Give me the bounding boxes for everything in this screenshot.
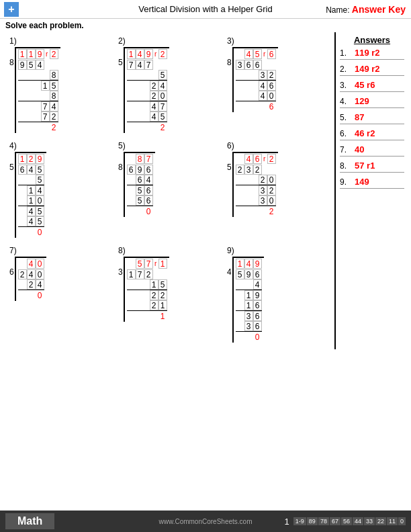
s1e: [32, 70, 41, 80]
answer-4-num: 4.: [340, 97, 355, 106]
problem-9-divisor: 4: [227, 257, 232, 277]
problem-2-label: 2): [118, 36, 219, 46]
problem-1-label: 1): [9, 36, 110, 46]
problem-4-divisor: 5: [9, 152, 15, 172]
problem-3: 3) 8 4 5 r 6 3 6 6: [223, 34, 332, 138]
problem-4-label: 4): [9, 141, 110, 150]
q2: 1: [27, 49, 36, 59]
d2: 4: [136, 60, 144, 70]
d3: 0: [36, 269, 44, 279]
problem-2: 2) 5 1 4 9 r 2 7 4: [114, 34, 223, 138]
problem-7-division: 6 4 0 2 4 0: [9, 257, 110, 301]
e3: [236, 290, 244, 300]
problem-8-label: 8): [118, 246, 219, 255]
d3: 6: [253, 60, 262, 70]
main-content: 1) 8 1 1 9 r 2 9: [0, 32, 411, 349]
problem-7-label: 7): [9, 246, 110, 255]
q1: 1: [18, 154, 27, 164]
q1: 4: [244, 154, 253, 164]
s1e2: [41, 70, 50, 80]
instructions: Solve each problem.: [0, 19, 411, 32]
s2b: 0: [267, 91, 276, 101]
q3: 2: [267, 154, 276, 164]
d2: 4: [27, 269, 36, 279]
e2: [127, 185, 136, 195]
answer-4-val: 129: [355, 96, 369, 106]
problem-6-label: 6): [227, 141, 328, 150]
d3: 5: [36, 165, 44, 175]
answer-6-num: 6.: [340, 129, 355, 138]
d2: 4: [27, 165, 36, 175]
r2b: 4: [50, 101, 58, 112]
stat-range: 1-9: [293, 517, 306, 525]
q2: 2: [27, 154, 36, 164]
problem-9-body: 1 4 9 5 9 6 4: [232, 257, 264, 343]
stat-22: 22: [375, 517, 386, 525]
answer-8-val: 57 r1: [355, 161, 375, 171]
problem-6-body: 4 6 r 2 2 3 2 2 0: [232, 152, 278, 217]
e2: [250, 185, 259, 195]
answer-8: 8. 57 r1: [340, 161, 404, 173]
r1b: 4: [36, 185, 44, 195]
s2a: 1: [27, 195, 36, 206]
problem-2-division: 5 1 4 9 r 2 7 4 7: [118, 47, 219, 133]
problem-5-divisor: 8: [118, 152, 124, 172]
r2a: 3: [244, 311, 253, 321]
fin: 2: [267, 206, 276, 216]
e4: [18, 195, 27, 206]
answer-5-val: 87: [355, 112, 364, 122]
r2a: 4: [27, 206, 36, 216]
r1b: 9: [253, 290, 262, 300]
d3: 7: [144, 60, 153, 70]
d2: 9: [136, 165, 144, 175]
e3: [141, 81, 150, 91]
q4: 2: [158, 49, 167, 59]
q1: 4: [244, 49, 253, 59]
s1b: 4: [36, 279, 44, 290]
e6: [236, 321, 244, 331]
r1a: 3: [259, 185, 267, 195]
d1: 5: [236, 269, 244, 279]
problem-3-body: 4 5 r 6 3 6 6 3 2: [232, 47, 278, 112]
problem-1-division: 8 1 1 9 r 2 9 5: [9, 47, 110, 133]
answer-7: 7. 40: [340, 144, 404, 157]
e3: [141, 300, 150, 310]
problem-row-2: 4) 5 1 2 9 6 4 5: [5, 138, 332, 243]
s1a: 2: [27, 279, 36, 290]
e1: [127, 175, 136, 185]
problem-1-divisor: 8: [9, 47, 15, 67]
header-name-area: Name: Answer Key: [326, 4, 406, 15]
s1b: 2: [267, 70, 276, 80]
q2: 5: [253, 49, 262, 59]
d1: 9: [18, 60, 27, 70]
r1a: 2: [150, 290, 158, 300]
problem-8-divisor: 3: [118, 257, 124, 277]
r2e: [32, 101, 41, 112]
q3: 9: [144, 49, 153, 59]
r2b: 7: [158, 101, 167, 112]
s1a: 3: [259, 70, 267, 80]
e3: [250, 195, 259, 206]
q1: 1: [236, 259, 244, 269]
problem-6-divisor: 5: [227, 152, 232, 172]
q1: 1: [127, 49, 136, 59]
stat-67: 67: [330, 517, 340, 525]
answer-2-val: 149 r2: [355, 64, 380, 74]
r2a: 4: [150, 101, 158, 112]
r2b: 5: [36, 206, 44, 216]
r-char: r: [262, 154, 267, 164]
d3: 2: [144, 269, 153, 279]
d2: 3: [244, 165, 253, 175]
q2: 4: [136, 49, 144, 59]
s3b: 5: [158, 112, 167, 122]
answer-key-sidebar: Answers 1. 119 r2 2. 149 r2 3. 45 r6 4. …: [334, 32, 408, 349]
answer-3-num: 3.: [340, 81, 355, 90]
s3b: 6: [253, 321, 262, 331]
e3: [127, 195, 136, 206]
s2b: 0: [36, 195, 44, 206]
s2b: 1: [158, 300, 167, 310]
s3a: 4: [150, 112, 158, 122]
q3: 9: [253, 259, 262, 269]
s2a: 3: [259, 195, 267, 206]
d1: 2: [236, 165, 244, 175]
